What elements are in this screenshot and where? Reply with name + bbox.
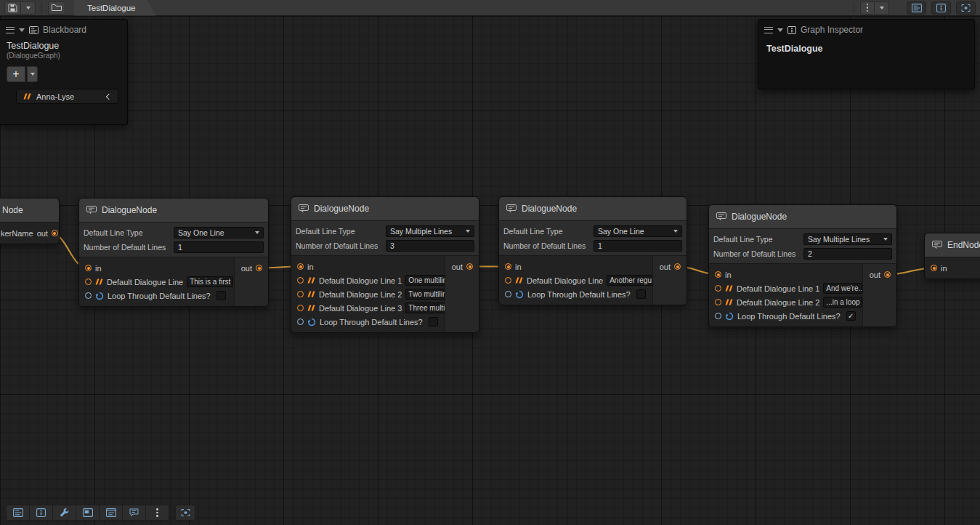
port-label: Default Dialogue Line 1: [737, 284, 819, 293]
save-button[interactable]: [4, 1, 21, 15]
port-row-out: out: [863, 268, 896, 281]
dialogue-node-3[interactable]: DialogueNode Default Line Type Say One L…: [498, 196, 687, 305]
line-type-dropdown[interactable]: Say Multiple Lines: [803, 233, 892, 245]
frame-all-button[interactable]: [175, 505, 195, 521]
toggle-graph-inspector-button[interactable]: [99, 505, 123, 521]
num-lines-field[interactable]: 1: [594, 240, 682, 252]
node-clipped-left[interactable]: Node kerName out: [0, 198, 60, 244]
toggle-blackboard-button[interactable]: [907, 1, 926, 15]
more-options-button[interactable]: [145, 505, 169, 521]
tools-button[interactable]: [52, 505, 76, 521]
loop-port[interactable]: [715, 313, 721, 319]
output-port[interactable]: [884, 271, 891, 278]
loop-checkbox[interactable]: [636, 289, 646, 299]
dialogue-node-4[interactable]: DialogueNode Default Line Type Say Multi…: [708, 204, 897, 327]
dialogue-line-field[interactable]: ...in a loop: [823, 297, 862, 308]
add-property-dropdown-button[interactable]: [27, 66, 38, 82]
dialogue-preview-button[interactable]: [122, 505, 146, 521]
graph-inspector-icon: [106, 508, 116, 517]
port-row-loop: Loop Through Default Lines?: [79, 289, 234, 302]
node-title: DialogueNode: [102, 205, 157, 215]
port-row-out: out: [445, 260, 479, 273]
input-port[interactable]: [715, 271, 721, 278]
menu-icon[interactable]: [764, 27, 773, 33]
output-port[interactable]: [674, 263, 681, 270]
more-options-dropdown-button[interactable]: [875, 1, 889, 15]
collapse-arrow-icon[interactable]: [19, 28, 25, 32]
line-port[interactable]: [505, 277, 511, 284]
asset-type: (DialogueGraph): [7, 52, 121, 60]
node-title-bar[interactable]: EndNode: [925, 233, 980, 257]
output-port[interactable]: [256, 265, 262, 271]
dialogue-line-field[interactable]: This is a first: [187, 276, 233, 287]
loop-checkbox[interactable]: [216, 291, 226, 300]
dialogue-node-2[interactable]: DialogueNode Default Line Type Say Multi…: [291, 196, 479, 333]
num-lines-field[interactable]: 2: [803, 248, 892, 260]
loop-checkbox[interactable]: ✓: [846, 311, 856, 321]
line-port[interactable]: [297, 277, 304, 284]
quote-icon: [307, 305, 315, 311]
dialogue-node-1[interactable]: DialogueNode Default Line Type Say One L…: [78, 198, 269, 307]
input-port[interactable]: [505, 263, 511, 270]
blackboard-panel[interactable]: Blackboard TestDialogue (DialogueGraph) …: [0, 19, 128, 125]
toolbar-separator: [854, 3, 854, 13]
tab-testdialogue[interactable]: TestDialogue: [74, 0, 155, 16]
line-port[interactable]: [297, 305, 304, 311]
node-title-bar[interactable]: DialogueNode: [499, 197, 687, 221]
in-port-label: in: [307, 262, 314, 271]
loop-port[interactable]: [505, 291, 511, 297]
asset-name: TestDialogue: [7, 41, 121, 51]
loop-port[interactable]: [297, 318, 304, 325]
dialogue-node-icon: [506, 204, 517, 213]
line-port[interactable]: [715, 285, 721, 292]
toggle-frame-button[interactable]: [956, 1, 976, 15]
line-type-dropdown[interactable]: Say One Line: [594, 225, 682, 237]
collapse-arrow-icon[interactable]: [777, 28, 783, 32]
toggle-blackboard-button[interactable]: [6, 505, 30, 521]
wrench-icon: [60, 508, 69, 518]
toggle-minimap-button[interactable]: [76, 505, 100, 521]
line-port[interactable]: [297, 291, 304, 297]
save-dropdown-button[interactable]: [21, 1, 36, 15]
port-row-out: out: [653, 260, 687, 273]
loop-checkbox[interactable]: [429, 317, 438, 326]
output-port[interactable]: [52, 230, 58, 236]
num-lines-field[interactable]: 3: [386, 240, 474, 252]
blackboard-icon: [912, 4, 922, 12]
loop-icon: [515, 290, 524, 299]
prop-label: Number of Default Lines: [713, 249, 803, 258]
port-row-loop: Loop Through Default Lines? ✓: [709, 309, 862, 323]
dialogue-preview-icon: [129, 508, 139, 517]
in-port-label: in: [941, 264, 947, 273]
loop-port[interactable]: [85, 292, 92, 299]
line-type-dropdown[interactable]: Say Multiple Lines: [386, 225, 474, 237]
prop-label: Default Line Type: [84, 228, 174, 237]
open-asset-button[interactable]: [48, 1, 65, 15]
input-port[interactable]: [85, 265, 92, 271]
num-lines-field[interactable]: 1: [174, 241, 264, 253]
dialogue-line-field[interactable]: And we're...: [823, 283, 862, 294]
blackboard-field-anna-lyse[interactable]: Anna-Lyse: [16, 89, 118, 104]
loop-icon: [307, 318, 316, 326]
node-title-bar[interactable]: DialogueNode: [709, 205, 896, 229]
chevron-left-icon[interactable]: [106, 93, 112, 99]
add-property-button[interactable]: +: [7, 66, 25, 82]
toggle-inspector-button[interactable]: [29, 505, 53, 521]
toggle-inspector-button[interactable]: [931, 1, 951, 15]
node-title-bar[interactable]: Node: [0, 199, 59, 223]
node-title-bar[interactable]: DialogueNode: [291, 197, 479, 221]
dropdown-value: Say Multiple Lines: [808, 235, 883, 244]
menu-icon[interactable]: [6, 27, 15, 33]
line-port[interactable]: [85, 278, 92, 285]
graph-inspector-panel[interactable]: Graph Inspector TestDialogue: [758, 19, 975, 89]
input-port[interactable]: [297, 263, 304, 270]
node-title-bar[interactable]: DialogueNode: [79, 199, 268, 223]
line-type-dropdown[interactable]: Say One Line: [174, 227, 264, 239]
end-node[interactable]: EndNode in: [924, 233, 980, 279]
more-options-button[interactable]: [860, 1, 875, 15]
line-port[interactable]: [715, 299, 721, 305]
prop-label: Number of Default Lines: [84, 243, 174, 252]
input-port[interactable]: [931, 265, 937, 271]
output-port[interactable]: [466, 263, 473, 270]
dialogue-line-field[interactable]: Another regu: [607, 275, 653, 286]
